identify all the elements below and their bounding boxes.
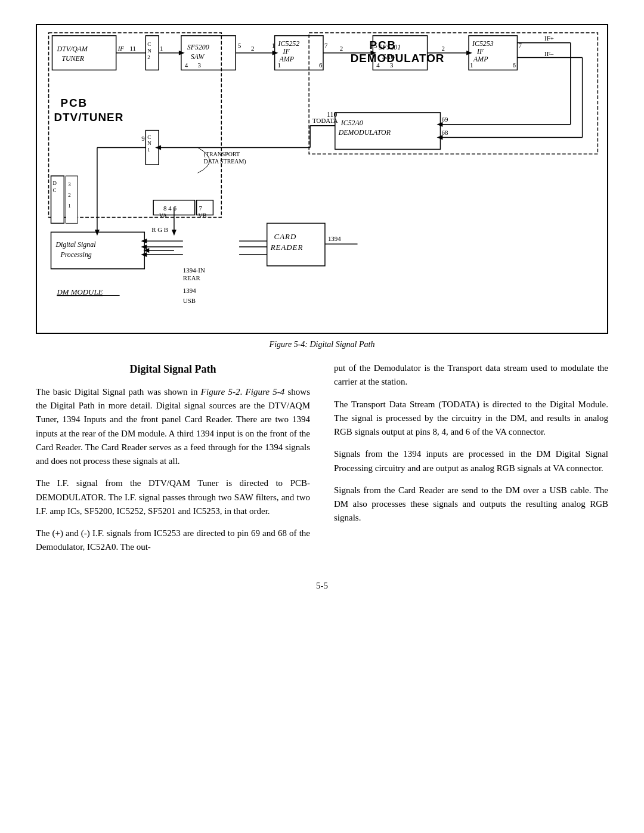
svg-text:TUNER: TUNER <box>61 54 84 63</box>
svg-rect-5 <box>373 36 427 70</box>
svg-text:Processing: Processing <box>60 250 91 259</box>
svg-text:(TRANSPORT: (TRANSPORT <box>204 151 240 158</box>
svg-text:DTV/QAM: DTV/QAM <box>56 45 88 53</box>
svg-rect-10 <box>145 36 159 70</box>
content-right: put of the Demodulator is the Transport … <box>334 361 608 563</box>
svg-text:N: N <box>147 48 151 54</box>
svg-marker-21 <box>273 51 278 55</box>
svg-text:7: 7 <box>518 42 522 49</box>
svg-rect-4 <box>275 36 323 70</box>
svg-text:AMP: AMP <box>473 55 488 63</box>
section-title-text: Digital Signal Path <box>129 363 216 375</box>
svg-text:IF+: IF+ <box>544 35 554 42</box>
svg-text:7: 7 <box>324 42 328 49</box>
svg-marker-30 <box>370 51 376 55</box>
svg-text:3: 3 <box>68 181 71 187</box>
svg-text:READER: READER <box>270 243 304 252</box>
svg-rect-12 <box>51 176 64 223</box>
svg-text:1: 1 <box>147 147 150 153</box>
paragraph-2: The I.F. signal from the DTV/QAM Tuner i… <box>36 476 310 518</box>
svg-text:IC52A0: IC52A0 <box>340 119 363 127</box>
svg-text:1: 1 <box>369 42 372 49</box>
paragraph-3: The (+) and (-) I.F. signals from IC5253… <box>36 527 310 555</box>
svg-text:1: 1 <box>272 42 275 49</box>
svg-text:5: 5 <box>238 42 242 49</box>
svg-text:PCB: PCB <box>60 97 88 109</box>
svg-rect-7 <box>335 113 441 150</box>
svg-marker-45 <box>437 122 443 127</box>
svg-rect-9 <box>267 223 325 265</box>
svg-marker-65 <box>172 230 177 236</box>
svg-marker-63 <box>143 248 149 253</box>
svg-rect-3 <box>181 36 236 70</box>
svg-marker-40 <box>466 51 472 55</box>
svg-marker-51 <box>437 135 443 140</box>
paragraph-6: Signals from the 1394 inputs are process… <box>334 447 608 475</box>
svg-text:D: D <box>53 180 57 186</box>
svg-rect-1 <box>309 33 597 154</box>
svg-text:1: 1 <box>68 203 70 209</box>
svg-text:2: 2 <box>68 192 70 198</box>
svg-text:DEMODULATOR: DEMODULATOR <box>338 128 391 137</box>
svg-text:IF–: IF– <box>544 50 554 57</box>
svg-marker-79 <box>141 252 147 257</box>
svg-text:VB: VB <box>199 212 207 219</box>
page-number-text: 5-5 <box>316 581 328 590</box>
page-number: 5-5 <box>36 581 608 591</box>
svg-text:110: 110 <box>327 110 337 119</box>
svg-text:4: 4 <box>376 61 380 69</box>
svg-text:C: C <box>147 41 151 47</box>
svg-text:SAW: SAW <box>382 52 397 61</box>
svg-text:4: 4 <box>185 61 188 69</box>
paragraph-4: put of the Demodulator is the Transport … <box>334 361 608 389</box>
svg-rect-60 <box>153 200 194 215</box>
svg-text:2: 2 <box>147 54 150 60</box>
svg-text:6: 6 <box>513 61 516 69</box>
svg-text:IF: IF <box>117 45 125 52</box>
section-title: Digital Signal Path <box>36 361 310 378</box>
svg-text:REAR: REAR <box>183 274 201 281</box>
figure-title-text: Figure 5-4: Digital Signal Path <box>270 340 375 349</box>
svg-text:5: 5 <box>374 42 377 49</box>
svg-rect-61 <box>197 200 213 215</box>
svg-text:C: C <box>53 187 57 193</box>
svg-text:DEMODULATOR: DEMODULATOR <box>351 52 445 64</box>
paragraph-7: Signals from the Card Reader are send to… <box>334 484 608 525</box>
svg-text:C: C <box>147 134 151 140</box>
svg-text:3: 3 <box>198 61 202 69</box>
svg-text:2: 2 <box>441 45 444 52</box>
svg-text:8  4  6: 8 4 6 <box>163 205 177 212</box>
paragraph-5: The Transport Data Stream (TODATA) is di… <box>334 398 608 439</box>
svg-text:IF: IF <box>283 47 290 55</box>
svg-text:USB: USB <box>183 297 196 304</box>
svg-text:6: 6 <box>319 61 323 69</box>
svg-text:DATA STREAM): DATA STREAM) <box>204 158 246 165</box>
svg-text:2: 2 <box>340 45 343 52</box>
svg-text:IF: IF <box>476 47 484 55</box>
svg-rect-6 <box>469 36 517 70</box>
svg-text:1394-IN: 1394-IN <box>183 267 205 274</box>
svg-text:PCB: PCB <box>369 39 397 51</box>
svg-text:11: 11 <box>130 45 137 52</box>
svg-rect-11 <box>145 131 159 165</box>
svg-marker-69 <box>95 230 100 236</box>
svg-rect-121 <box>66 176 78 223</box>
svg-text:1: 1 <box>470 61 473 69</box>
signal-path-diagram: IF 11 1 5 2 1 7 4 3 6 1 2 1 5 7 4 3 <box>36 24 608 334</box>
svg-text:69: 69 <box>441 116 448 123</box>
svg-rect-0 <box>49 33 222 218</box>
svg-text:CARD: CARD <box>274 233 297 241</box>
svg-text:2: 2 <box>251 45 254 52</box>
svg-text:68: 68 <box>441 129 448 136</box>
svg-text:SAW: SAW <box>191 52 205 61</box>
svg-text:SF5201: SF5201 <box>379 43 401 51</box>
svg-text:9: 9 <box>141 135 144 142</box>
svg-text:R   G   B: R G B <box>151 226 168 233</box>
svg-text:3: 3 <box>390 61 394 69</box>
svg-text:AMP: AMP <box>279 55 294 63</box>
svg-text:IC5253: IC5253 <box>472 39 494 48</box>
svg-text:1: 1 <box>278 61 281 69</box>
svg-text:DTV/TUNER: DTV/TUNER <box>54 111 123 123</box>
svg-text:DM  MODULE: DM MODULE <box>56 288 103 296</box>
svg-text:1394: 1394 <box>328 235 341 242</box>
